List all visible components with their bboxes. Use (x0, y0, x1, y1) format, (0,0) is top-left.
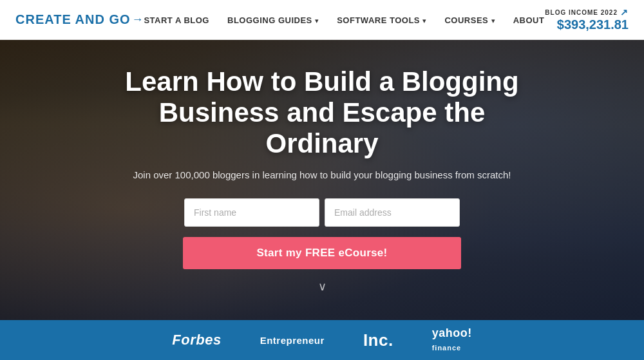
nav-item-start-a-blog[interactable]: START A BLOG (144, 14, 209, 26)
hero-form (103, 198, 541, 227)
hero-title: Learn How to Build a Blogging Business a… (103, 66, 541, 160)
logo-arrow-icon: → (132, 13, 144, 26)
nav-item-software-tools[interactable]: SOFTWARE TOOLS (337, 14, 426, 26)
inc-logo: Inc. (363, 330, 393, 350)
email-input[interactable] (325, 198, 460, 227)
nav-item-blogging-guides[interactable]: BLOGGING GUIDES (227, 14, 319, 26)
forbes-logo: Forbes (172, 332, 221, 348)
hero-content: Learn How to Build a Blogging Business a… (103, 66, 541, 294)
hero-section: Learn How to Build a Blogging Business a… (0, 40, 644, 320)
trend-up-icon: ↗ (620, 7, 629, 17)
press-logos-band: Forbes Entrepreneur Inc. yahoo!finance (0, 320, 644, 360)
hero-subtitle: Join over 100,000 bloggers in learning h… (103, 169, 541, 180)
nav-item-about[interactable]: ABOUT (513, 14, 545, 26)
logo-text: CREATE AND GO (15, 12, 131, 27)
cta-button[interactable]: Start my FREE eCourse! (183, 237, 461, 269)
entrepreneur-logo: Entrepreneur (260, 335, 325, 346)
nav-item-courses[interactable]: COURSES (444, 14, 495, 26)
logo[interactable]: CREATE AND GO → (15, 12, 144, 27)
blog-income-amount: $393,231.81 (545, 17, 629, 32)
yahoo-finance-logo: yahoo!finance (432, 327, 472, 354)
nav-links: START A BLOG BLOGGING GUIDES SOFTWARE TO… (144, 14, 544, 26)
navbar: CREATE AND GO → START A BLOG BLOGGING GU… (0, 0, 644, 40)
blog-income-label: BLOG INCOME 2022 ↗ (545, 7, 629, 17)
scroll-down-icon[interactable]: ∨ (103, 279, 541, 294)
blog-income-widget: BLOG INCOME 2022 ↗ $393,231.81 (545, 7, 629, 32)
first-name-input[interactable] (184, 198, 319, 227)
